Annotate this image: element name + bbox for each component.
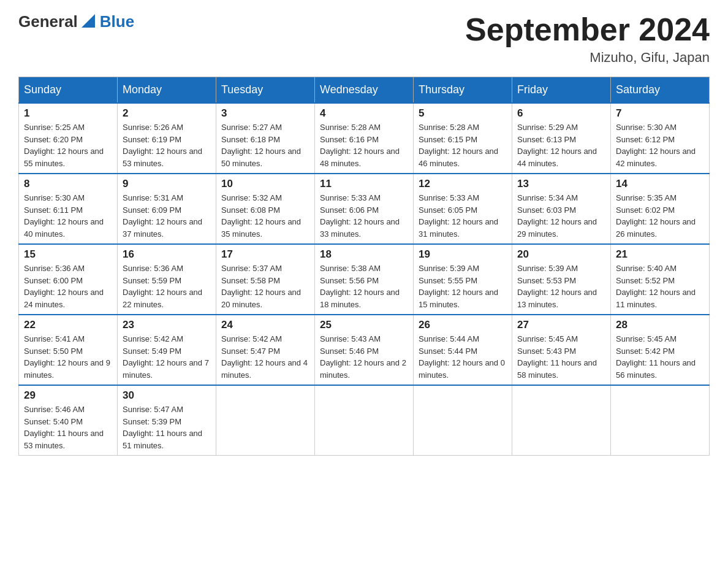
- day-number: 6: [517, 107, 605, 120]
- logo-triangle-icon: [82, 14, 95, 28]
- day-info: Sunrise: 5:41 AMSunset: 5:50 PMDaylight:…: [24, 334, 110, 380]
- day-cell: 4 Sunrise: 5:28 AMSunset: 6:16 PMDayligh…: [315, 103, 414, 174]
- week-row-3: 15 Sunrise: 5:36 AMSunset: 6:00 PMDaylig…: [19, 244, 710, 315]
- day-info: Sunrise: 5:30 AMSunset: 6:11 PMDaylight:…: [24, 193, 104, 239]
- location: Mizuho, Gifu, Japan: [465, 50, 710, 66]
- day-number: 19: [419, 248, 507, 261]
- day-cell: [216, 385, 315, 456]
- day-number: 9: [123, 178, 211, 190]
- day-cell: 25 Sunrise: 5:43 AMSunset: 5:46 PMDaylig…: [315, 315, 414, 385]
- day-info: Sunrise: 5:25 AMSunset: 6:20 PMDaylight:…: [24, 123, 104, 168]
- day-cell: 7 Sunrise: 5:30 AMSunset: 6:12 PMDayligh…: [611, 103, 710, 174]
- day-info: Sunrise: 5:43 AMSunset: 5:46 PMDaylight:…: [320, 334, 406, 380]
- day-cell: 3 Sunrise: 5:27 AMSunset: 6:18 PMDayligh…: [216, 103, 315, 174]
- day-cell: [611, 385, 710, 456]
- column-header-thursday: Thursday: [414, 77, 512, 104]
- day-cell: [512, 385, 611, 456]
- day-number: 2: [123, 107, 211, 120]
- day-number: 13: [517, 178, 605, 190]
- day-info: Sunrise: 5:36 AMSunset: 6:00 PMDaylight:…: [24, 264, 104, 309]
- day-number: 5: [419, 107, 507, 120]
- day-number: 7: [616, 107, 704, 120]
- day-cell: 14 Sunrise: 5:35 AMSunset: 6:02 PMDaylig…: [611, 174, 710, 244]
- day-cell: 10 Sunrise: 5:32 AMSunset: 6:08 PMDaylig…: [216, 174, 315, 244]
- day-cell: 6 Sunrise: 5:29 AMSunset: 6:13 PMDayligh…: [512, 103, 611, 174]
- day-info: Sunrise: 5:47 AMSunset: 5:39 PMDaylight:…: [123, 405, 202, 450]
- day-cell: 19 Sunrise: 5:39 AMSunset: 5:55 PMDaylig…: [414, 244, 512, 315]
- day-cell: 9 Sunrise: 5:31 AMSunset: 6:09 PMDayligh…: [118, 174, 216, 244]
- logo-text-general: General: [18, 12, 78, 31]
- day-cell: 12 Sunrise: 5:33 AMSunset: 6:05 PMDaylig…: [414, 174, 512, 244]
- day-number: 1: [24, 107, 112, 120]
- day-info: Sunrise: 5:40 AMSunset: 5:52 PMDaylight:…: [616, 264, 696, 309]
- day-number: 27: [517, 319, 605, 331]
- day-number: 3: [221, 107, 309, 120]
- day-info: Sunrise: 5:26 AMSunset: 6:19 PMDaylight:…: [123, 123, 202, 168]
- day-number: 18: [320, 248, 408, 261]
- day-info: Sunrise: 5:28 AMSunset: 6:15 PMDaylight:…: [419, 123, 498, 168]
- day-info: Sunrise: 5:45 AMSunset: 5:43 PMDaylight:…: [517, 334, 597, 380]
- day-info: Sunrise: 5:39 AMSunset: 5:55 PMDaylight:…: [419, 264, 498, 309]
- day-cell: 15 Sunrise: 5:36 AMSunset: 6:00 PMDaylig…: [19, 244, 118, 315]
- calendar-header-row: SundayMondayTuesdayWednesdayThursdayFrid…: [19, 77, 710, 104]
- week-row-4: 22 Sunrise: 5:41 AMSunset: 5:50 PMDaylig…: [19, 315, 710, 385]
- day-cell: 29 Sunrise: 5:46 AMSunset: 5:40 PMDaylig…: [19, 385, 118, 456]
- day-number: 10: [221, 178, 309, 190]
- day-number: 24: [221, 319, 309, 331]
- column-header-sunday: Sunday: [19, 77, 118, 104]
- day-cell: 11 Sunrise: 5:33 AMSunset: 6:06 PMDaylig…: [315, 174, 414, 244]
- day-number: 11: [320, 178, 408, 190]
- day-cell: 24 Sunrise: 5:42 AMSunset: 5:47 PMDaylig…: [216, 315, 315, 385]
- day-number: 30: [123, 389, 211, 402]
- day-number: 22: [24, 319, 112, 331]
- day-info: Sunrise: 5:37 AMSunset: 5:58 PMDaylight:…: [221, 264, 301, 309]
- calendar-table: SundayMondayTuesdayWednesdayThursdayFrid…: [18, 77, 710, 456]
- day-cell: 21 Sunrise: 5:40 AMSunset: 5:52 PMDaylig…: [611, 244, 710, 315]
- day-info: Sunrise: 5:42 AMSunset: 5:49 PMDaylight:…: [123, 334, 209, 380]
- day-cell: 27 Sunrise: 5:45 AMSunset: 5:43 PMDaylig…: [512, 315, 611, 385]
- day-cell: [414, 385, 512, 456]
- day-cell: 20 Sunrise: 5:39 AMSunset: 5:53 PMDaylig…: [512, 244, 611, 315]
- day-info: Sunrise: 5:29 AMSunset: 6:13 PMDaylight:…: [517, 123, 597, 168]
- day-cell: 28 Sunrise: 5:45 AMSunset: 5:42 PMDaylig…: [611, 315, 710, 385]
- day-number: 14: [616, 178, 704, 190]
- day-number: 8: [24, 178, 112, 190]
- month-title: September 2024: [465, 12, 710, 47]
- day-cell: 2 Sunrise: 5:26 AMSunset: 6:19 PMDayligh…: [118, 103, 216, 174]
- logo: General Blue: [18, 12, 134, 31]
- day-cell: [315, 385, 414, 456]
- day-cell: 1 Sunrise: 5:25 AMSunset: 6:20 PMDayligh…: [19, 103, 118, 174]
- day-info: Sunrise: 5:36 AMSunset: 5:59 PMDaylight:…: [123, 264, 202, 309]
- week-row-2: 8 Sunrise: 5:30 AMSunset: 6:11 PMDayligh…: [19, 174, 710, 244]
- column-header-monday: Monday: [118, 77, 216, 104]
- day-info: Sunrise: 5:42 AMSunset: 5:47 PMDaylight:…: [221, 334, 308, 380]
- day-info: Sunrise: 5:34 AMSunset: 6:03 PMDaylight:…: [517, 193, 597, 239]
- column-header-friday: Friday: [512, 77, 611, 104]
- day-number: 16: [123, 248, 211, 261]
- day-number: 20: [517, 248, 605, 261]
- day-number: 12: [419, 178, 507, 190]
- day-cell: 22 Sunrise: 5:41 AMSunset: 5:50 PMDaylig…: [19, 315, 118, 385]
- day-info: Sunrise: 5:31 AMSunset: 6:09 PMDaylight:…: [123, 193, 202, 239]
- svg-marker-0: [82, 14, 95, 28]
- day-info: Sunrise: 5:33 AMSunset: 6:06 PMDaylight:…: [320, 193, 400, 239]
- day-number: 17: [221, 248, 309, 261]
- day-cell: 16 Sunrise: 5:36 AMSunset: 5:59 PMDaylig…: [118, 244, 216, 315]
- day-cell: 30 Sunrise: 5:47 AMSunset: 5:39 PMDaylig…: [118, 385, 216, 456]
- day-cell: 8 Sunrise: 5:30 AMSunset: 6:11 PMDayligh…: [19, 174, 118, 244]
- column-header-tuesday: Tuesday: [216, 77, 315, 104]
- week-row-5: 29 Sunrise: 5:46 AMSunset: 5:40 PMDaylig…: [19, 385, 710, 456]
- day-info: Sunrise: 5:32 AMSunset: 6:08 PMDaylight:…: [221, 193, 301, 239]
- day-cell: 5 Sunrise: 5:28 AMSunset: 6:15 PMDayligh…: [414, 103, 512, 174]
- day-number: 26: [419, 319, 507, 331]
- day-number: 25: [320, 319, 408, 331]
- day-cell: 18 Sunrise: 5:38 AMSunset: 5:56 PMDaylig…: [315, 244, 414, 315]
- page-header: General Blue September 2024 Mizuho, Gifu…: [18, 12, 710, 66]
- day-info: Sunrise: 5:45 AMSunset: 5:42 PMDaylight:…: [616, 334, 696, 380]
- column-header-saturday: Saturday: [611, 77, 710, 104]
- day-number: 15: [24, 248, 112, 261]
- day-cell: 23 Sunrise: 5:42 AMSunset: 5:49 PMDaylig…: [118, 315, 216, 385]
- logo-text-blue: Blue: [100, 12, 134, 31]
- day-info: Sunrise: 5:44 AMSunset: 5:44 PMDaylight:…: [419, 334, 505, 380]
- day-info: Sunrise: 5:27 AMSunset: 6:18 PMDaylight:…: [221, 123, 301, 168]
